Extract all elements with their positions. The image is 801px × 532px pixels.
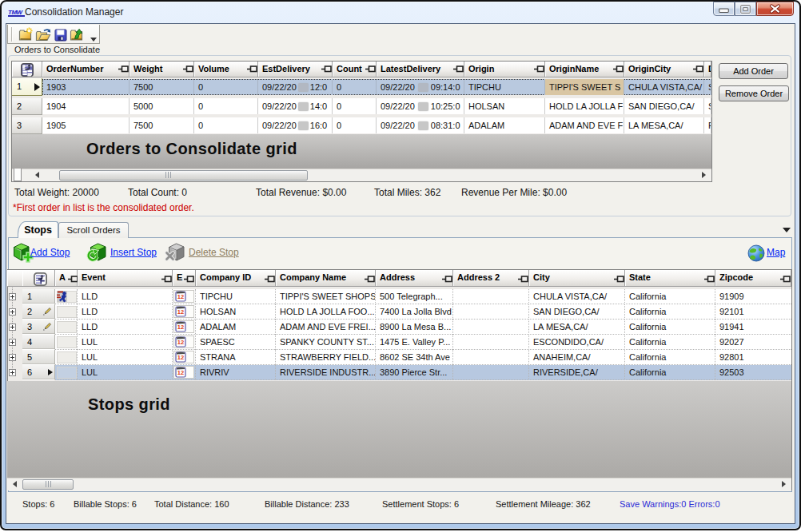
svg-text:12: 12 [177, 293, 184, 300]
svg-text:12: 12 [177, 339, 184, 346]
svg-text:12: 12 [177, 354, 184, 361]
svg-text:12: 12 [177, 308, 184, 316]
svg-text:12: 12 [177, 324, 184, 331]
svg-text:12: 12 [177, 369, 184, 376]
